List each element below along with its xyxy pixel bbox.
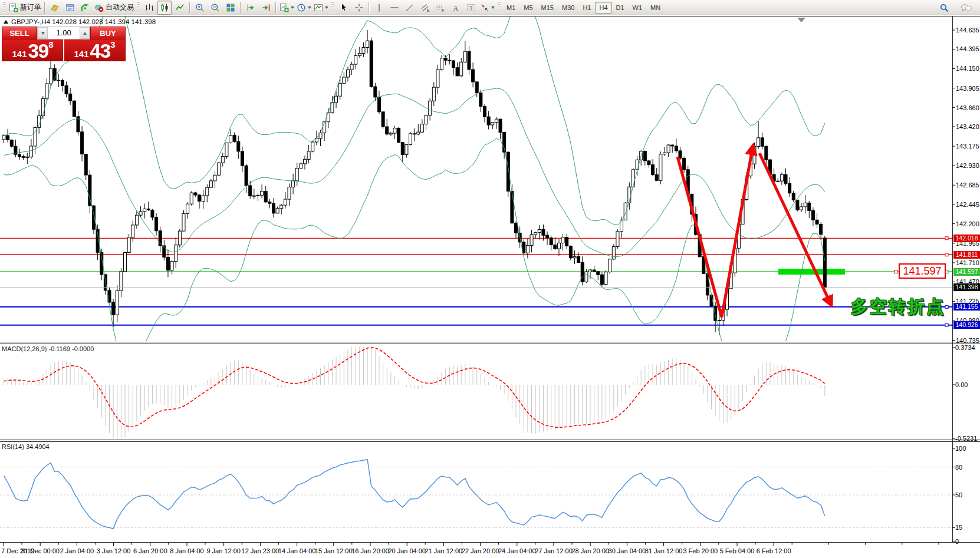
price-tick-label: 142.200 <box>956 220 979 227</box>
toolbar-drag-handle[interactable] <box>331 2 334 13</box>
price-level-badge: 140.926 <box>953 321 980 329</box>
horizontal-line-button[interactable] <box>387 1 402 15</box>
rsi-header: RSI(14) 34.4904 <box>2 443 50 450</box>
time-axis-label: 6 Jan 20:00 <box>133 547 167 554</box>
arrows-button[interactable] <box>479 1 495 15</box>
price-tick-label: 140.735 <box>956 337 979 344</box>
macd-scale-label: 0.3734 <box>955 344 975 351</box>
crosshair-button[interactable] <box>352 1 366 15</box>
price-tick-label: 142.930 <box>956 162 979 169</box>
volume-decrease-button[interactable] <box>38 27 48 39</box>
market-watch-button[interactable] <box>48 1 62 15</box>
tf-m15-button[interactable]: M15 <box>537 2 558 14</box>
chart-shift-marker-icon[interactable] <box>797 18 805 22</box>
time-axis-label: 14 Jan 04:00 <box>278 547 316 554</box>
tf-w1-button[interactable]: W1 <box>629 2 647 14</box>
search-icon <box>939 3 949 13</box>
tf-mn-button[interactable]: MN <box>646 2 665 14</box>
buy-button[interactable]: BUY <box>90 27 126 39</box>
time-axis-label: 16 Jan 20:00 <box>351 547 389 554</box>
auto-scroll-button[interactable] <box>244 1 258 15</box>
chevron-down-icon <box>325 6 328 9</box>
trend-arrows[interactable] <box>678 146 831 317</box>
buy-price[interactable]: 141433 <box>64 39 125 61</box>
symbol-header: GBPJPY-,H4 142.028 142.028 141.394 141.3… <box>4 18 156 25</box>
auto-scroll-icon <box>246 3 255 12</box>
toolbar-separator <box>275 2 277 14</box>
periods-icon <box>297 3 306 12</box>
mt4-window: { "toolbar": { "groups": [ {"handle": tr… <box>0 0 980 558</box>
symbol-marker-icon <box>4 20 8 24</box>
trendline-button[interactable] <box>403 1 417 15</box>
horizontal-level-lines[interactable] <box>0 237 952 326</box>
volume-stepper: 1.00 <box>37 27 90 39</box>
axis-ticks <box>4 30 955 546</box>
indicators-button[interactable] <box>279 1 295 15</box>
vertical-line-icon <box>374 3 384 12</box>
time-axis-label: 31 Jan 12:00 <box>645 547 683 554</box>
price-level-badge: 141.155 <box>953 303 980 311</box>
zoom-in-icon <box>195 3 205 12</box>
line-chart-button[interactable] <box>173 1 187 15</box>
svg-text:E: E <box>427 8 430 12</box>
volume-increase-button[interactable] <box>80 27 90 39</box>
auto-trading-button[interactable]: 自动交易 <box>94 1 134 15</box>
trendline-icon <box>405 3 415 12</box>
auto-trading-icon <box>94 3 104 12</box>
svg-text:T: T <box>469 5 473 11</box>
chart-shift-button[interactable] <box>259 1 273 15</box>
zoom-in-button[interactable] <box>193 1 207 15</box>
community-icon <box>961 3 972 13</box>
tile-windows-icon <box>226 3 235 12</box>
triangle-up-icon <box>83 32 87 35</box>
tile-windows-button[interactable] <box>223 1 238 15</box>
time-axis-label: 28 Jan 20:00 <box>571 547 609 554</box>
main-chart[interactable] <box>0 0 980 558</box>
macd-pane[interactable] <box>4 346 825 438</box>
time-axis-label: 12 Jan 23:00 <box>242 547 279 554</box>
new-order-button[interactable]: 新订单 <box>8 1 42 15</box>
bid-price-badge: 141.398 <box>953 283 980 291</box>
tf-h1-button[interactable]: H1 <box>578 2 595 14</box>
text-button[interactable]: A <box>449 1 463 15</box>
price-level-box[interactable]: 141.597 <box>899 263 946 279</box>
rsi-scale-label: 0 <box>955 538 959 545</box>
equidistant-channel-button[interactable]: E <box>418 1 432 15</box>
time-axis-label: 24 Jan 04:00 <box>498 547 536 554</box>
time-axis-label: 8 Jan 04:00 <box>170 547 204 554</box>
sell-price[interactable]: 141398 <box>2 39 63 61</box>
rsi-pane[interactable] <box>0 460 952 529</box>
volume-value[interactable]: 1.00 <box>48 27 80 39</box>
rsi-scale-label: 80 <box>955 464 962 471</box>
tf-d1-button[interactable]: D1 <box>612 2 629 14</box>
cursor-button[interactable] <box>337 1 351 15</box>
bar-chart-button[interactable] <box>142 1 156 15</box>
periods-button[interactable] <box>296 1 312 15</box>
panel-borders <box>0 16 980 543</box>
data-window-button[interactable] <box>63 1 77 15</box>
toolbar-drag-handle[interactable] <box>498 2 501 13</box>
text-label-button[interactable]: T <box>464 1 478 15</box>
zoom-out-button[interactable] <box>208 1 222 15</box>
tf-m30-button[interactable]: M30 <box>558 2 578 14</box>
tf-m5-button[interactable]: M5 <box>519 2 537 14</box>
signals-button[interactable] <box>78 1 93 15</box>
toolbar-drag-handle[interactable] <box>3 2 6 13</box>
candlestick-chart-button[interactable] <box>157 1 172 15</box>
time-axis-label: 15 Jan 12:00 <box>315 547 353 554</box>
tf-m1-button[interactable]: M1 <box>502 2 519 14</box>
vertical-line-button[interactable] <box>372 1 386 15</box>
chart-shift-icon <box>261 3 271 12</box>
svg-text:A: A <box>453 4 459 12</box>
tf-h4-button[interactable]: H4 <box>595 2 611 14</box>
search-button[interactable] <box>937 1 951 15</box>
fibonacci-button[interactable]: F <box>433 1 448 15</box>
toolbar-drag-handle[interactable] <box>137 2 140 13</box>
templates-button[interactable] <box>313 1 329 15</box>
arrows-icon <box>480 3 489 12</box>
highlight-bar[interactable] <box>778 269 845 275</box>
svg-text:F: F <box>442 8 445 12</box>
annotation-text[interactable]: 多空转折点 <box>851 295 945 319</box>
sell-button[interactable]: SELL <box>2 27 37 39</box>
community-button[interactable] <box>959 1 974 15</box>
